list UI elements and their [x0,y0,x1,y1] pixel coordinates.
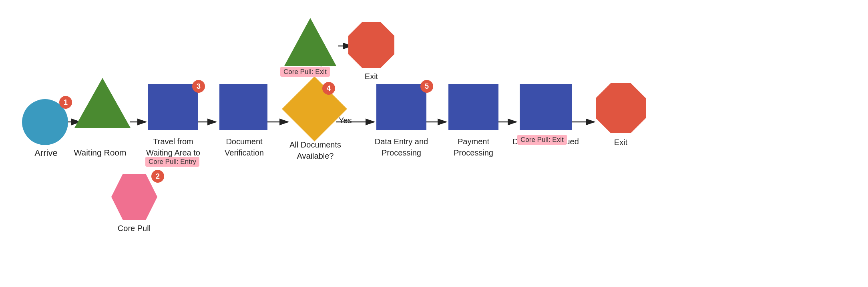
core-pull-hexagon [111,174,157,220]
core-pull-exit-bottom-tag: Core Pull: Exit [517,136,567,144]
no-triangle-shape [284,18,336,66]
exit-top-octagon [348,22,394,68]
payment-square [448,84,498,130]
exit-main-octagon [596,83,646,133]
label-doc-verify: DocumentVerification [208,136,280,158]
label-all-docs: All DocumentsAvailable? [278,139,352,161]
label-core-pull: Core Pull [102,224,166,233]
badge-3: 3 [192,80,205,93]
waiting-room-triangle [74,78,131,128]
travel-square [148,84,198,130]
label-exit-top: Exit [348,72,394,81]
core-pull-exit-top-tag: Core Pull: Exit [280,68,330,76]
label-data-entry: Data Entry andProcessing [364,136,438,158]
core-pull-entry-tag: Core Pull: Entry [145,158,199,166]
diagram-container: 1 Arrive Waiting Room 3 Travel fromWaiti… [0,0,868,287]
label-yes: Yes [339,116,352,125]
data-entry-square [376,84,426,130]
badge-4: 4 [322,82,335,95]
label-waiting-room: Waiting Room [64,148,136,157]
label-exit-main: Exit [596,138,646,147]
label-payment: PaymentProcessing [436,136,510,158]
badge-5: 5 [420,80,433,93]
diamond-shape [282,76,347,142]
badge-1: 1 [59,96,72,109]
docs-issued-square [520,84,572,130]
doc-verify-square [219,84,267,130]
badge-2: 2 [151,170,164,183]
